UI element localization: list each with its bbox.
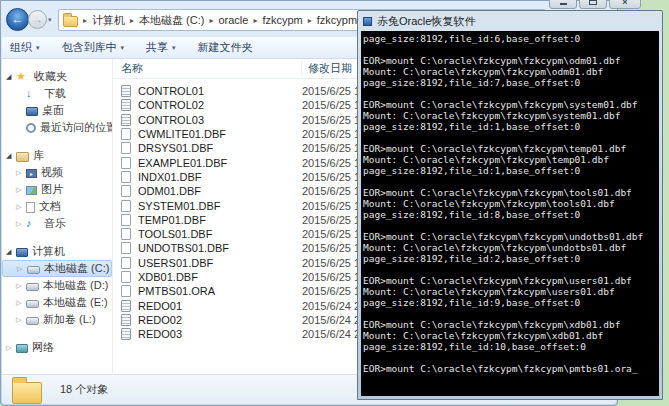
file-name: PMTBS01.ORA bbox=[138, 285, 302, 297]
file-icon bbox=[121, 114, 131, 126]
sidebar-item[interactable]: 桌面 bbox=[2, 102, 112, 119]
sidebar-item-icon bbox=[26, 186, 37, 195]
file-icon bbox=[121, 228, 131, 240]
console-output[interactable]: page_size:8192,file_id:6,base_offset:0 E… bbox=[361, 31, 659, 396]
file-icon bbox=[121, 185, 131, 197]
tree-expander-icon[interactable] bbox=[6, 248, 16, 256]
tree-expander-icon[interactable] bbox=[6, 344, 16, 352]
file-icon bbox=[121, 200, 131, 212]
console-line: EOR>mount C:\oracle\fzkcypm\fzkcypm\undo… bbox=[363, 231, 657, 242]
breadcrumb-segment[interactable]: 本地磁盘 (C:) bbox=[139, 13, 204, 28]
console-line bbox=[363, 132, 657, 143]
console-line: Mount: C:\oracle\fzkcypm\fzkcypm\system0… bbox=[363, 110, 657, 121]
console-line: EOR>mount C:\oracle\fzkcypm\fzkcypm\user… bbox=[363, 275, 657, 286]
tree-expander-icon[interactable] bbox=[16, 282, 26, 290]
toolbar-button-label: 组织 bbox=[10, 40, 32, 55]
sidebar-item-label: 图片 bbox=[41, 182, 63, 197]
sidebar-item[interactable]: 计算机 bbox=[2, 243, 112, 260]
breadcrumb-segment[interactable]: oracle bbox=[218, 14, 248, 26]
console-line: page_size:8192,file_id:1,base_offset:0 bbox=[363, 121, 657, 132]
breadcrumb-segment[interactable]: fzkcypm bbox=[317, 14, 357, 26]
sidebar-item[interactable]: 网络 bbox=[2, 339, 112, 356]
tree-expander-icon[interactable] bbox=[16, 203, 26, 211]
sidebar-item[interactable]: 库 bbox=[2, 147, 112, 164]
file-name: INDX01.DBF bbox=[138, 171, 302, 183]
sidebar-item-icon bbox=[26, 107, 38, 116]
sidebar-item[interactable]: 图片 bbox=[2, 181, 112, 198]
breadcrumb-segment[interactable]: 计算机 bbox=[92, 13, 125, 28]
sidebar-item[interactable]: 本地磁盘 (D:) bbox=[2, 277, 112, 294]
history-dropdown-icon[interactable]: ▾ bbox=[48, 16, 52, 24]
console-line bbox=[363, 352, 657, 363]
file-icon bbox=[121, 300, 131, 312]
console-line: page_size:8192,file_id:10,base_offset:0 bbox=[363, 341, 657, 352]
sidebar-item-icon bbox=[26, 202, 35, 213]
toolbar-button[interactable]: 包含到库中 ▾ bbox=[62, 40, 125, 55]
file-icon bbox=[121, 157, 131, 169]
sidebar-item[interactable]: 收藏夹 bbox=[2, 68, 112, 85]
file-name: TOOLS01.DBF bbox=[138, 228, 302, 240]
sidebar-item-label: 视频 bbox=[41, 165, 63, 180]
sidebar-item-label: 音乐 bbox=[44, 216, 66, 231]
toolbar-button[interactable]: 组织 ▾ bbox=[10, 40, 40, 55]
sidebar-item-icon bbox=[27, 266, 40, 274]
tree-expander-icon[interactable] bbox=[17, 265, 27, 273]
sidebar-item-label: 文档 bbox=[39, 199, 61, 214]
console-line: Mount: C:\oracle\fzkcypm\fzkcypm\tools01… bbox=[363, 198, 657, 209]
tree-expander-icon[interactable] bbox=[16, 169, 26, 177]
sidebar-item[interactable]: 文档 bbox=[2, 198, 112, 215]
tree-expander-icon[interactable] bbox=[6, 73, 16, 81]
toolbar-button[interactable]: 新建文件夹 ▾ bbox=[198, 40, 253, 55]
console-line: EOR>mount C:\oracle\fzkcypm\fzkcypm\pmtb… bbox=[363, 363, 657, 374]
sidebar-item-label: 网络 bbox=[32, 340, 54, 355]
tree-expander-icon[interactable] bbox=[16, 220, 26, 228]
item-count: 18 个对象 bbox=[60, 382, 108, 397]
chevron-right-icon: ▸ bbox=[204, 16, 218, 25]
tree-expander-icon[interactable] bbox=[6, 152, 16, 160]
file-icon bbox=[121, 257, 131, 269]
console-line: page_size:8192,file_id:1,base_offset:0 bbox=[363, 165, 657, 176]
file-icon bbox=[121, 285, 131, 297]
sidebar-item[interactable]: 新加卷 (L:) bbox=[2, 311, 112, 328]
file-icon bbox=[121, 242, 131, 254]
sidebar-item[interactable]: 下载 bbox=[2, 85, 112, 102]
console-title-bar[interactable]: 赤兔Oracle恢复软件 bbox=[358, 11, 662, 31]
sidebar-item-icon bbox=[26, 317, 39, 325]
sidebar-item[interactable]: 音乐 bbox=[2, 215, 112, 232]
console-line bbox=[363, 308, 657, 319]
sidebar-item-label: 下载 bbox=[44, 86, 66, 101]
sidebar-item-icon bbox=[26, 169, 37, 178]
file-icon bbox=[121, 271, 131, 283]
file-name: EXAMPLE01.DBF bbox=[138, 157, 302, 169]
toolbar-button-label: 新建文件夹 bbox=[198, 40, 253, 55]
file-name: TEMP01.DBF bbox=[138, 214, 302, 226]
tree-expander-icon[interactable] bbox=[16, 299, 26, 307]
console-line: page_size:8192,file_id:2,base_offset:0 bbox=[363, 253, 657, 264]
tree-expander-icon[interactable] bbox=[16, 316, 26, 324]
file-name: CWMLITE01.DBF bbox=[138, 128, 302, 140]
console-line: EOR>mount C:\oracle\fzkcypm\fzkcypm\tool… bbox=[363, 187, 657, 198]
back-button[interactable]: ← bbox=[6, 8, 29, 31]
toolbar-button-label: 共享 bbox=[146, 40, 168, 55]
sidebar-item[interactable]: 本地磁盘 (E:) bbox=[2, 294, 112, 311]
forward-button[interactable]: → bbox=[28, 10, 47, 29]
toolbar-button[interactable]: 共享 ▾ bbox=[146, 40, 176, 55]
column-header-name[interactable]: 名称 bbox=[121, 61, 302, 76]
sidebar-item-icon bbox=[16, 248, 28, 257]
sidebar-item-icon bbox=[26, 123, 36, 133]
console-line: EOR>mount C:\oracle\fzkcypm\fzkcypm\xdb0… bbox=[363, 319, 657, 330]
sidebar-item-label: 本地磁盘 (E:) bbox=[43, 295, 108, 310]
tree-expander-icon[interactable] bbox=[16, 186, 26, 194]
app-icon bbox=[363, 17, 372, 26]
sidebar-item-label: 本地磁盘 (C:) bbox=[44, 261, 109, 276]
sidebar-item[interactable]: 视频 bbox=[2, 164, 112, 181]
sidebar-item-label: 桌面 bbox=[42, 103, 64, 118]
console-line: page_size:8192,file_id:9,base_offset:0 bbox=[363, 297, 657, 308]
console-line: Mount: C:\oracle\fzkcypm\fzkcypm\users01… bbox=[363, 286, 657, 297]
folder-icon bbox=[12, 382, 42, 404]
sidebar-item[interactable]: 最近访问的位置 bbox=[2, 119, 112, 136]
chevron-down-icon: ▾ bbox=[121, 44, 125, 52]
sidebar-item[interactable]: 本地磁盘 (C:) bbox=[2, 260, 112, 277]
breadcrumb-segment[interactable]: fzkcypm bbox=[262, 14, 302, 26]
file-icon bbox=[121, 328, 131, 340]
